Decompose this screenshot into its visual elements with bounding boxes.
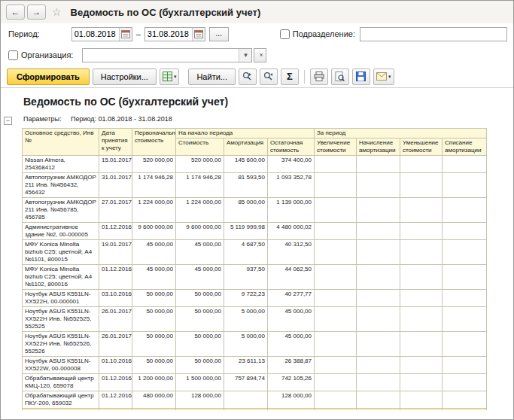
initial-cost-cell[interactable]: 50 000,00 — [132, 332, 176, 357]
col-header-cost[interactable]: Стоимость — [176, 138, 224, 156]
cost-decrease-cell[interactable] — [400, 265, 443, 290]
amortization-accrual-cell[interactable] — [357, 307, 400, 332]
residual-begin-cell[interactable]: 4 480 000,02 — [268, 223, 315, 240]
cost-increase-cell[interactable] — [315, 290, 357, 307]
residual-begin-cell[interactable]: 44 062,50 — [268, 265, 315, 290]
amortization-accrual-cell[interactable] — [357, 240, 400, 265]
print-preview-button[interactable] — [331, 68, 349, 85]
amortization-begin-cell[interactable]: 4 687,50 — [224, 240, 268, 265]
asset-cell[interactable]: Nissan Almera, 254368412 — [23, 156, 99, 173]
cost-decrease-cell[interactable] — [400, 173, 443, 198]
cost-begin-cell[interactable]: 50 000,00 — [176, 290, 224, 307]
initial-cost-cell[interactable]: 50 000,00 — [132, 290, 176, 307]
initial-cost-cell[interactable]: 1 200 000,00 — [132, 374, 176, 391]
initial-cost-cell[interactable] — [132, 409, 176, 411]
amortization-writeoff-cell[interactable] — [443, 391, 487, 409]
amortization-writeoff-cell[interactable] — [443, 240, 487, 265]
cost-decrease-cell[interactable] — [400, 374, 443, 391]
organization-input[interactable] — [83, 49, 239, 62]
date-cell[interactable]: 03.10.2016 — [99, 290, 132, 307]
cost-decrease-cell[interactable] — [400, 357, 443, 374]
asset-cell[interactable]: Ноутбук ASUS K551LN-XX522W, 00-000008 — [23, 357, 99, 374]
find-previous-button[interactable] — [260, 68, 278, 85]
date-cell[interactable]: 01.10.2016 — [99, 357, 132, 374]
organization-checkbox[interactable] — [8, 50, 18, 60]
asset-cell[interactable]: Ноутбук ASUS K551LN-XX522H Инв. №552526,… — [23, 332, 99, 357]
date-cell[interactable]: 01.12.2016 — [99, 265, 132, 290]
collapse-group-icon[interactable]: − — [4, 117, 12, 125]
col-group-period[interactable]: За период — [315, 129, 487, 138]
residual-begin-cell[interactable]: 26 388,87 — [268, 357, 315, 374]
cost-decrease-cell[interactable] — [400, 240, 443, 265]
amortization-accrual-cell[interactable] — [357, 290, 400, 307]
asset-cell[interactable]: Административное здание №2, 00-000005 — [23, 223, 99, 240]
cost-increase-cell[interactable] — [315, 409, 357, 411]
cost-begin-cell[interactable]: 1 224 000,00 — [176, 198, 224, 223]
period-from-input[interactable] — [72, 28, 119, 41]
amortization-writeoff-cell[interactable] — [443, 265, 487, 290]
initial-cost-cell[interactable]: 45 000,00 — [132, 265, 176, 290]
cost-begin-cell[interactable]: 520 000,00 — [176, 156, 224, 173]
asset-cell[interactable]: Обрабатывающий центр ПКУ-200, 659032 — [23, 391, 99, 409]
cost-increase-cell[interactable] — [315, 391, 357, 409]
print-button[interactable] — [310, 68, 328, 85]
generate-button[interactable]: Сформировать — [7, 68, 90, 85]
amortization-begin-cell[interactable]: 757 894,74 — [224, 374, 268, 391]
cost-begin-cell[interactable]: 9 600 000,00 — [176, 223, 224, 240]
calendar-icon[interactable] — [119, 28, 132, 41]
amortization-writeoff-cell[interactable] — [443, 357, 487, 374]
cost-begin-cell[interactable]: 50 000,00 — [176, 307, 224, 332]
cost-begin-cell[interactable]: 50 000,00 — [176, 357, 224, 374]
cost-decrease-cell[interactable] — [400, 290, 443, 307]
cost-decrease-cell[interactable] — [400, 223, 443, 240]
cost-increase-cell[interactable] — [315, 156, 357, 173]
save-button[interactable] — [352, 68, 370, 85]
amortization-writeoff-cell[interactable] — [443, 290, 487, 307]
asset-cell[interactable]: Итого — [23, 409, 99, 411]
initial-cost-cell[interactable]: 1 224 000,00 — [132, 198, 176, 223]
report-variants-button[interactable]: ▾ — [160, 68, 180, 85]
cost-decrease-cell[interactable] — [400, 156, 443, 173]
residual-begin-cell[interactable]: 1 093 352,78 — [268, 173, 315, 198]
residual-begin-cell[interactable]: 45 000,00 — [268, 332, 315, 357]
cost-begin-cell[interactable]: 45 000,00 — [176, 240, 224, 265]
amortization-accrual-cell[interactable] — [357, 391, 400, 409]
back-button[interactable]: ← — [6, 5, 25, 20]
amortization-begin-cell[interactable]: 9 722,23 — [224, 290, 268, 307]
cost-begin-cell[interactable]: 128 000,00 — [176, 391, 224, 409]
amortization-writeoff-cell[interactable] — [443, 307, 487, 332]
settings-button[interactable]: Настройки... — [93, 68, 157, 85]
amortization-writeoff-cell[interactable] — [443, 198, 487, 223]
amortization-accrual-cell[interactable] — [357, 223, 400, 240]
cost-increase-cell[interactable] — [315, 240, 357, 265]
amortization-begin-cell[interactable]: 937,50 — [224, 265, 268, 290]
cost-begin-cell[interactable]: 1 174 946,28 — [176, 173, 224, 198]
amortization-writeoff-cell[interactable] — [443, 332, 487, 357]
amortization-accrual-cell[interactable] — [357, 198, 400, 223]
initial-cost-cell[interactable]: 9 600 000,00 — [132, 223, 176, 240]
amortization-begin-cell[interactable]: 5 119 999,98 — [224, 223, 268, 240]
date-cell[interactable]: 15.01.2017 — [99, 156, 132, 173]
favorite-star-icon[interactable]: ☆ — [52, 6, 62, 18]
asset-cell[interactable]: Ноутбук ASUS K551LN-XX522H, 00-000001 — [23, 290, 99, 307]
cost-decrease-cell[interactable] — [400, 391, 443, 409]
residual-begin-cell[interactable]: 8 197 899,70 — [268, 409, 315, 411]
amortization-accrual-cell[interactable] — [357, 332, 400, 357]
col-header-initial-cost[interactable]: Первоначальная стоимость — [132, 129, 176, 156]
send-email-button[interactable]: ▾ — [373, 68, 394, 85]
find-next-button[interactable] — [239, 68, 257, 85]
date-cell[interactable]: 01.12.2016 — [99, 391, 132, 409]
amortization-writeoff-cell[interactable] — [443, 374, 487, 391]
col-header-asset[interactable]: Основное средство, Инв № — [23, 129, 99, 156]
amortization-writeoff-cell[interactable] — [443, 223, 487, 240]
amortization-begin-cell[interactable]: 5 000,00 — [224, 307, 268, 332]
amortization-begin-cell[interactable]: 23 611,13 — [224, 357, 268, 374]
amortization-begin-cell[interactable]: 81 593,50 — [224, 173, 268, 198]
cost-increase-cell[interactable] — [315, 265, 357, 290]
cost-increase-cell[interactable] — [315, 198, 357, 223]
date-cell[interactable]: 31.01.2017 — [99, 173, 132, 198]
find-button[interactable]: Найти... — [188, 68, 236, 85]
cost-decrease-cell[interactable] — [400, 409, 443, 411]
amortization-writeoff-cell[interactable] — [443, 156, 487, 173]
cost-increase-cell[interactable] — [315, 223, 357, 240]
